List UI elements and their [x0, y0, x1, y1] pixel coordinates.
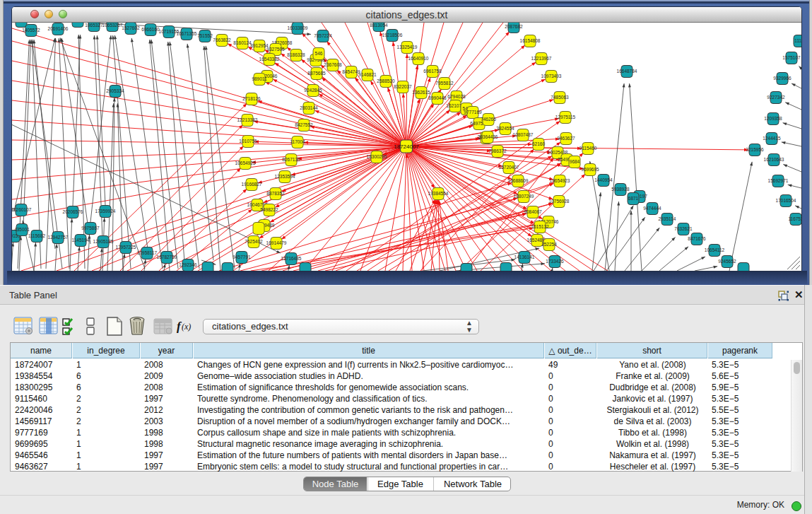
svg-text:1010755: 1010755	[239, 139, 257, 144]
svg-text:2803144: 2803144	[300, 105, 318, 110]
svg-text:546: 546	[315, 51, 323, 56]
svg-text:1117: 1117	[794, 38, 801, 43]
svg-text:8267130: 8267130	[282, 157, 300, 162]
svg-text:1115682: 1115682	[28, 233, 46, 238]
svg-text:1440954: 1440954	[594, 177, 613, 182]
svg-text:(x): (x)	[182, 322, 191, 332]
svg-text:3824554: 3824554	[496, 126, 514, 131]
svg-text:989011: 989011	[252, 76, 267, 81]
svg-text:8322037: 8322037	[394, 84, 412, 89]
svg-text:10756928: 10756928	[549, 199, 570, 204]
svg-text:9329966: 9329966	[773, 76, 792, 81]
svg-text:1575107: 1575107	[782, 55, 801, 60]
svg-text:12353594: 12353594	[275, 174, 295, 179]
svg-text:5938928: 5938928	[611, 187, 630, 192]
svg-text:15716485: 15716485	[281, 256, 302, 261]
svg-text:12905185: 12905185	[93, 239, 114, 244]
svg-text:10973493: 10973493	[541, 74, 562, 78]
svg-text:16914479: 16914479	[266, 240, 287, 245]
svg-text:9684: 9684	[570, 159, 580, 164]
svg-text:16671355: 16671355	[177, 31, 197, 36]
svg-text:2588520: 2588520	[377, 78, 395, 83]
svg-text:1615132: 1615132	[531, 224, 549, 229]
svg-text:6871: 6871	[628, 196, 639, 201]
svg-text:9457791: 9457791	[233, 255, 251, 259]
svg-text:9245652: 9245652	[718, 259, 736, 264]
svg-text:6794028: 6794028	[447, 94, 466, 99]
svg-text:8471676: 8471676	[688, 236, 706, 241]
svg-text:16033809: 16033809	[288, 25, 308, 30]
svg-text:1527602: 1527602	[122, 25, 140, 30]
svg-text:19218506: 19218506	[382, 33, 403, 37]
svg-text:751552: 751552	[197, 33, 213, 38]
svg-text:9463627: 9463627	[557, 136, 575, 141]
svg-text:7857224: 7857224	[314, 33, 332, 38]
svg-text:16640910: 16640910	[408, 56, 429, 61]
svg-text:1292346: 1292346	[179, 262, 197, 267]
svg-text:8878352: 8878352	[266, 191, 285, 196]
svg-text:13325419: 13325419	[397, 45, 418, 49]
svg-text:116753: 116753	[788, 216, 801, 221]
svg-text:10654925: 10654925	[235, 160, 256, 165]
svg-text:12975115: 12975115	[555, 115, 576, 119]
svg-text:5498222: 5498222	[260, 207, 278, 212]
svg-text:8990448: 8990448	[428, 95, 447, 100]
svg-text:9474444: 9474444	[643, 206, 661, 211]
svg-text:26260107: 26260107	[12, 207, 32, 212]
svg-text:7632621: 7632621	[674, 226, 693, 231]
svg-text:12213967: 12213967	[531, 56, 552, 61]
svg-text:6966160: 6966160	[141, 27, 160, 32]
svg-text:8875685: 8875685	[307, 71, 326, 76]
svg-text:10653267: 10653267	[102, 23, 123, 28]
svg-text:12213382: 12213382	[237, 117, 258, 122]
svg-text:1209358: 1209358	[764, 116, 782, 121]
svg-text:62160: 62160	[532, 141, 545, 146]
svg-text:8813054: 8813054	[370, 23, 388, 28]
svg-text:6961758: 6961758	[423, 69, 442, 74]
svg-text:9242845: 9242845	[304, 88, 322, 93]
svg-text:2718126: 2718126	[242, 96, 261, 101]
svg-text:9084067: 9084067	[524, 209, 542, 214]
svg-text:8160124: 8160124	[233, 40, 252, 45]
svg-text:16648784: 16648784	[617, 69, 637, 74]
svg-text:9975867: 9975867	[81, 226, 100, 230]
svg-text:17359924: 17359924	[95, 209, 116, 214]
svg-text:1244415: 1244415	[763, 136, 781, 141]
svg-text:3215956: 3215956	[746, 147, 764, 152]
svg-text:20206576: 20206576	[63, 209, 83, 214]
svg-text:20364436: 20364436	[478, 134, 498, 139]
svg-text:19384554: 19384554	[428, 191, 449, 196]
svg-text:8454749: 8454749	[342, 69, 360, 74]
svg-text:1405572: 1405572	[22, 28, 40, 33]
svg-text:10807487: 10807487	[513, 132, 534, 137]
svg-text:1065327: 1065327	[85, 23, 103, 28]
svg-text:1145194: 1145194	[72, 238, 90, 243]
svg-text:19654923: 19654923	[550, 178, 570, 183]
svg-text:2087682: 2087682	[505, 24, 523, 29]
svg-text:17957225: 17957225	[116, 245, 136, 250]
svg-text:19166827: 19166827	[242, 182, 262, 187]
svg-text:9227342: 9227342	[767, 95, 785, 100]
svg-text:7625402: 7625402	[245, 239, 263, 244]
svg-text:15720407: 15720407	[499, 165, 519, 170]
svg-text:117004: 117004	[290, 139, 305, 144]
svg-text:7485063: 7485063	[551, 95, 569, 100]
svg-text:7663822: 7663822	[213, 37, 231, 42]
svg-text:18300295: 18300295	[367, 154, 387, 159]
svg-text:7955812: 7955812	[435, 81, 454, 86]
svg-text:2935114: 2935114	[659, 216, 676, 221]
svg-text:18724007: 18724007	[394, 144, 419, 150]
svg-text:20691406: 20691406	[48, 26, 69, 31]
svg-text:8912954: 8912954	[250, 43, 269, 48]
svg-text:9115460: 9115460	[579, 146, 597, 151]
svg-text:10958117: 10958117	[137, 250, 158, 255]
svg-text:9327505: 9327505	[266, 47, 285, 52]
svg-text:15692971: 15692971	[768, 178, 789, 183]
svg-text:1733426: 1733426	[546, 259, 564, 264]
svg-text:9699695: 9699695	[581, 167, 599, 172]
svg-text:16543382: 16543382	[259, 57, 280, 62]
svg-text:7986372: 7986372	[488, 148, 507, 153]
svg-text:2905334: 2905334	[106, 88, 124, 93]
svg-text:9777169: 9777169	[464, 110, 482, 115]
svg-text:10688609: 10688609	[508, 178, 529, 183]
